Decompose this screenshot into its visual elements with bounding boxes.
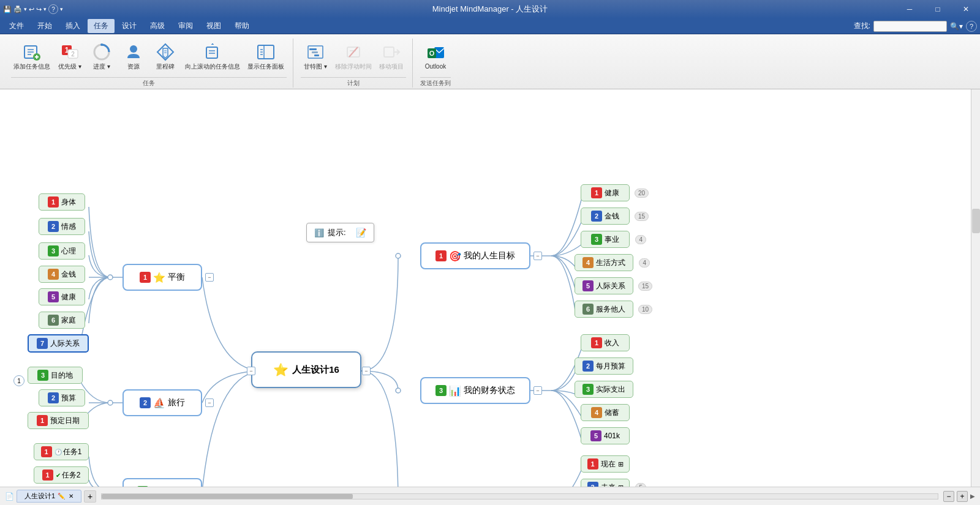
vertical-scrollbar[interactable] bbox=[971, 89, 980, 487]
move-project-button[interactable]: 移动项目 bbox=[377, 41, 406, 72]
monthly-label: 每月预算 bbox=[596, 361, 625, 372]
expand-travel[interactable]: − bbox=[205, 398, 214, 407]
svg-rect-21 bbox=[258, 45, 274, 59]
hint-label: 提示: bbox=[328, 227, 346, 238]
hint-edit-icon[interactable]: 📝 bbox=[356, 228, 366, 238]
expand-goals[interactable]: − bbox=[533, 252, 542, 260]
save-icon[interactable]: 💾 bbox=[3, 6, 12, 13]
priority-button[interactable]: 1 2 优先级 ▾ bbox=[55, 41, 85, 72]
horizontal-scrollbar[interactable] bbox=[101, 493, 938, 499]
menu-start[interactable]: 开始 bbox=[31, 19, 58, 33]
budget-badge: 2 bbox=[48, 392, 59, 403]
expand-center-right[interactable]: − bbox=[362, 367, 371, 375]
leaf-booking[interactable]: 1 预定日期 bbox=[28, 412, 89, 429]
leaf-r-interpersonal[interactable]: 5 人际关系 15 bbox=[575, 277, 633, 294]
r-money-num: 15 bbox=[635, 212, 649, 221]
r-money-label: 金钱 bbox=[605, 211, 619, 222]
leaf-health[interactable]: 5 健康 bbox=[39, 288, 85, 305]
leaf-emotion[interactable]: 2 情感 bbox=[39, 218, 85, 235]
mental-badge: 3 bbox=[48, 245, 59, 256]
leaf-family[interactable]: 6 家庭 bbox=[39, 312, 85, 329]
help-button[interactable]: ? bbox=[966, 21, 977, 32]
help-icon[interactable]: ? bbox=[48, 4, 58, 14]
branch-todo[interactable]: 3 📋 To Do bbox=[123, 478, 202, 487]
scrollbar-thumb[interactable] bbox=[972, 209, 980, 233]
far-left-expand[interactable]: 1 bbox=[13, 375, 24, 386]
expand-center-left[interactable]: − bbox=[247, 367, 255, 375]
tab-close-icon[interactable]: ✕ bbox=[69, 493, 74, 499]
leaf-401k[interactable]: 5 401k bbox=[581, 427, 630, 444]
leaf-income[interactable]: 1 收入 bbox=[581, 334, 630, 351]
leaf-task1[interactable]: 1 🕐 任务1 bbox=[34, 443, 89, 460]
leaf-r-lifestyle[interactable]: 4 生活方式 4 bbox=[575, 254, 633, 271]
menu-task[interactable]: 任务 bbox=[88, 19, 115, 33]
resource-button[interactable]: 资源 bbox=[119, 41, 148, 72]
leaf-r-service[interactable]: 6 服务他人 10 bbox=[575, 301, 633, 318]
search-button[interactable]: 🔍▾ bbox=[950, 22, 963, 31]
leaf-now[interactable]: 1 现在 ⊞ bbox=[581, 455, 630, 473]
now-expand[interactable]: ⊞ bbox=[618, 460, 624, 468]
menu-view[interactable]: 视图 bbox=[200, 19, 227, 33]
progress-button[interactable]: 进度 ▾ bbox=[87, 41, 116, 72]
branch-travel[interactable]: 2 ⛵ 旅行 bbox=[123, 389, 202, 416]
leaf-mental[interactable]: 3 心理 bbox=[39, 242, 85, 260]
branch-life-goals[interactable]: 1 🎯 我的人生目标 bbox=[420, 242, 530, 269]
document-tab[interactable]: 人生设计1 ✏️ ✕ bbox=[17, 490, 81, 503]
show-task-panel-button[interactable]: 显示任务面板 bbox=[245, 41, 287, 72]
search-input[interactable] bbox=[873, 21, 947, 32]
redo-icon[interactable]: ↪ bbox=[36, 6, 42, 13]
travel-label: 旅行 bbox=[168, 397, 185, 408]
menu-insert[interactable]: 插入 bbox=[59, 19, 86, 33]
expand-finance[interactable]: − bbox=[533, 386, 542, 395]
h-scrollbar-thumb[interactable] bbox=[102, 494, 352, 499]
center-node[interactable]: ⭐ 人生设计16 bbox=[251, 351, 361, 388]
print-icon[interactable]: 🖨️ bbox=[13, 6, 22, 13]
leaf-r-money[interactable]: 2 金钱 15 bbox=[581, 208, 630, 225]
leaf-destination[interactable]: 3 目的地 bbox=[28, 367, 83, 384]
mindmap-canvas[interactable]: ℹ️ 提示: 📝 ⭐ 人生设计16 − − 1 ⭐ 平衡 − 1 身体 2 情感 bbox=[0, 89, 971, 487]
close-button[interactable]: ✕ bbox=[952, 0, 980, 18]
zoom-plus-button[interactable]: + bbox=[957, 491, 968, 502]
leaf-budget[interactable]: 2 预算 bbox=[39, 389, 85, 406]
svg-point-12 bbox=[100, 43, 103, 46]
menu-review[interactable]: 审阅 bbox=[172, 19, 199, 33]
leaf-future[interactable]: 2 未来 ⊞ 5 bbox=[581, 479, 630, 487]
goals-badge: 1 bbox=[435, 250, 447, 261]
menu-design[interactable]: 设计 bbox=[116, 19, 143, 33]
leaf-relations[interactable]: 7 人际关系 bbox=[28, 334, 89, 353]
scroll-right-arrow[interactable]: ▶ bbox=[970, 493, 975, 499]
svg-point-45 bbox=[396, 253, 401, 258]
maximize-button[interactable]: □ bbox=[924, 0, 952, 18]
outlook-button[interactable]: O Outlook bbox=[421, 41, 450, 72]
future-num: 5 bbox=[635, 483, 646, 487]
remove-float-button[interactable]: 移除浮动时间 bbox=[333, 41, 374, 72]
minimize-button[interactable]: ─ bbox=[895, 0, 924, 18]
zoom-minus-button[interactable]: − bbox=[943, 491, 954, 502]
leaf-r-health[interactable]: 1 健康 20 bbox=[581, 184, 630, 201]
gantt-button[interactable]: 甘特图 ▾ bbox=[301, 41, 330, 72]
milestone-button[interactable]: 里程碑 bbox=[151, 41, 180, 72]
leaf-money[interactable]: 4 金钱 bbox=[39, 266, 85, 283]
outlook-icon: O bbox=[426, 42, 445, 62]
menu-advanced[interactable]: 高级 bbox=[144, 19, 171, 33]
priority-icon: 1 2 bbox=[60, 42, 80, 62]
undo-icon[interactable]: ↩ bbox=[29, 6, 34, 13]
tab-area: 📄 人生设计1 ✏️ ✕ + bbox=[5, 490, 96, 503]
add-task-info-button[interactable]: 添加任务信息 bbox=[11, 41, 53, 72]
income-label: 收入 bbox=[605, 338, 619, 348]
leaf-task2[interactable]: 1 ✔ 任务2 bbox=[34, 466, 89, 484]
branch-balance[interactable]: 1 ⭐ 平衡 bbox=[123, 264, 202, 291]
menu-help[interactable]: 帮助 bbox=[228, 19, 255, 33]
branch-finance[interactable]: 3 📊 我的财务状态 bbox=[420, 377, 530, 404]
leaf-monthly-budget[interactable]: 2 每月预算 bbox=[575, 357, 633, 375]
emotion-label: 情感 bbox=[61, 222, 76, 232]
leaf-body[interactable]: 1 身体 bbox=[39, 193, 85, 211]
expand-balance[interactable]: − bbox=[205, 273, 214, 282]
leaf-savings[interactable]: 4 储蓄 bbox=[581, 404, 630, 421]
new-tab-button[interactable]: + bbox=[84, 490, 96, 503]
leaf-r-career[interactable]: 3 事业 4 bbox=[581, 231, 630, 248]
future-expand[interactable]: ⊞ bbox=[618, 484, 624, 487]
leaf-actual-expense[interactable]: 3 实际支出 bbox=[575, 381, 633, 398]
scroll-task-button[interactable]: 向上滚动的任务信息 bbox=[183, 41, 243, 72]
menu-file[interactable]: 文件 bbox=[3, 19, 30, 33]
